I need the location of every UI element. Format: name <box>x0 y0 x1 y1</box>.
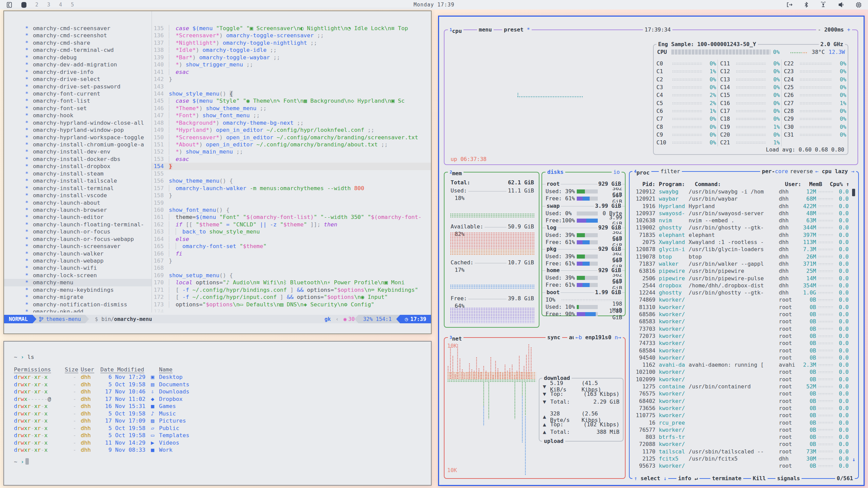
menu-button[interactable]: menu <box>477 26 494 34</box>
file-item[interactable]: *omarchy-launch-or-focus <box>4 228 152 235</box>
process-row[interactable]: 1162avahi-daavahi-daemon: running [avahi… <box>630 361 849 368</box>
process-row[interactable]: 16rcu_preeroot0B0.0 <box>630 419 849 426</box>
file-item[interactable]: *omarchy-migrate <box>4 293 152 301</box>
process-row[interactable]: 63816pipewire/usr/bin/pipewiredhh25M0.0 <box>630 267 849 274</box>
process-row[interactable]: 71837walker/usr/bin/walker --gappldhh371… <box>630 260 849 267</box>
process-row[interactable]: 2125fcitx5/usr/bin/fcitx5dhh30M0.0 <box>630 455 849 462</box>
bluetooth-icon[interactable] <box>804 2 809 8</box>
shell-prompt-empty[interactable]: ~ › <box>14 458 29 465</box>
btop-window[interactable]: 1cpu menu preset * 17:39:34 - 2000ms + u… <box>438 16 865 486</box>
process-row[interactable]: 2506pipewire/usr/bin/pipewire-pulsedhh14… <box>630 275 849 282</box>
file-item[interactable]: *omarchy-font-set <box>4 105 152 112</box>
file-item[interactable]: *omarchy-install-tailscale <box>4 177 152 184</box>
process-row[interactable]: 102638nvimnvim --embed .dhh63M0.0 <box>630 217 849 224</box>
reverse-toggle[interactable]: reverse <box>788 168 814 175</box>
process-row[interactable]: 74869kworker/root0B0.0 <box>630 296 849 303</box>
file-item[interactable]: *omarchy-launch-about <box>4 199 152 206</box>
file-item[interactable]: *omarchy-dev-add-migration <box>4 61 152 68</box>
file-item[interactable]: *omarchy-install-steam <box>4 170 152 177</box>
file-item[interactable]: *omarchy-install-docker-dbs <box>4 156 152 163</box>
wifi-icon[interactable] <box>820 2 827 8</box>
proc-box-title[interactable]: 4proc <box>632 168 651 177</box>
file-item[interactable]: *omarchy-hyprland-window-close-all <box>4 119 152 126</box>
file-item[interactable]: *omarchy-notification-dismiss <box>4 301 152 308</box>
file-item[interactable]: *omarchy-menu <box>4 279 152 286</box>
file-item[interactable]: *omarchy-launch-or-focus-webapp <box>4 236 152 243</box>
editor-window[interactable]: *omarchy-cmd-screensaver*omarchy-cmd-scr… <box>3 11 432 334</box>
process-row[interactable]: 71835elephantelephantdhh397M0.0 <box>630 231 849 239</box>
process-row[interactable]: 94540kworker/root0B0.0 <box>630 354 849 361</box>
process-row[interactable]: 72073kworker/root0B0.0 <box>630 332 849 340</box>
git-branch-segment[interactable]: themes-menu <box>36 315 85 323</box>
file-item[interactable]: *omarchy-drive-select <box>4 76 152 83</box>
select-keys[interactable]: ↑ select ↓ <box>632 475 668 482</box>
process-row[interactable]: 102100kworker/root0B0.0 <box>630 368 849 375</box>
net-interface[interactable]: ←b enp191s0 n→ <box>574 334 623 341</box>
process-row[interactable]: 81310kworker/root0B0.0 <box>630 304 849 311</box>
file-item[interactable]: *omarchy-drive-set-password <box>4 83 152 90</box>
refresh-interval[interactable]: - 2000ms + <box>816 26 852 34</box>
process-row[interactable]: 120921waybar/usr/bin/waybardhh68M0.0 <box>630 195 849 202</box>
preset-button[interactable]: preset * <box>502 26 532 34</box>
file-item[interactable]: *omarchy-launch-floating-terminal- <box>4 221 152 228</box>
process-row[interactable]: 1170tailscal/usr/sbin/tailscaled --root7… <box>630 448 849 455</box>
process-row[interactable]: 76577kworker/root0B0.0 <box>630 426 849 433</box>
net-box-title[interactable]: 3net <box>448 334 463 343</box>
workspace-2[interactable]: 2 <box>35 2 38 8</box>
file-item[interactable]: *omarchy-hyprland-workspace-toggle <box>4 134 152 141</box>
file-item[interactable]: *omarchy-launch-walker <box>4 250 152 257</box>
file-item[interactable]: *omarchy-menu-keybindings <box>4 286 152 293</box>
file-item[interactable]: *omarchy-cmd-share <box>4 39 152 46</box>
process-row[interactable]: 1275containe/usr/bin/containerdroot52M0.… <box>630 383 849 390</box>
process-row[interactable]: 76575kworker/root0B0.0 <box>630 390 849 397</box>
file-item[interactable]: *omarchy-font-current <box>4 90 152 97</box>
disks-box-title[interactable]: disks <box>546 168 565 176</box>
file-item[interactable]: *omarchy-cmd-terminal-cwd <box>4 46 152 54</box>
proc-scrollbar-thumb[interactable] <box>852 189 855 196</box>
file-item[interactable]: *omarchy-pkg-add <box>4 308 152 312</box>
process-row[interactable]: 110775kworker/root0B0.0 <box>630 412 849 419</box>
process-row[interactable]: 120912swaybg/usr/bin/swaybg -i /homdhh12… <box>630 188 849 195</box>
process-row[interactable]: 73703kworker/root0B0.0 <box>630 325 849 332</box>
process-row[interactable]: 12244ghostty/usr/bin/ghostty --gtk-dhh1.… <box>630 289 849 296</box>
logout-icon[interactable] <box>786 2 793 8</box>
file-item[interactable]: *omarchy-install-terminal <box>4 185 152 192</box>
per-core-toggle[interactable]: per-core <box>760 168 790 175</box>
cpu-box-title[interactable]: 1cpu <box>448 26 463 35</box>
file-item[interactable]: *omarchy-launch-browser <box>4 206 152 214</box>
process-row[interactable]: 95673kworker/root0B0.0 <box>630 462 849 469</box>
process-row[interactable]: 120878glycin-i/usr/lib/glycin-loadersdhh… <box>630 246 849 253</box>
file-item[interactable]: *omarchy-cmd-screensaver <box>4 25 152 32</box>
chip-icon[interactable] <box>855 2 862 8</box>
file-item[interactable]: *omarchy-cmd-screenshot <box>4 32 152 39</box>
sort-column-selector[interactable]: ← cpu lazy → <box>813 168 856 175</box>
process-row[interactable]: 119002ghostty/usr/bin/ghostty --gtk-dhh3… <box>630 224 849 231</box>
process-row[interactable]: 68402kworker/root0B0.0 <box>630 398 849 405</box>
workspace-active-indicator[interactable] <box>21 2 26 8</box>
file-item[interactable]: *omarchy-install-chromium-google-a <box>4 141 152 148</box>
file-item[interactable]: *omarchy-hook <box>4 112 152 119</box>
process-row[interactable]: 68586kworker/root0B0.0 <box>630 311 849 318</box>
file-item[interactable]: *omarchy-install-dev-env <box>4 148 152 155</box>
terminate-button[interactable]: terminate <box>710 475 743 482</box>
workspace-3[interactable]: 3 <box>47 2 50 8</box>
process-row[interactable]: 2544dropbox/home/dhh/.dropbox-distdhh354… <box>630 282 849 289</box>
volume-icon[interactable] <box>838 2 845 8</box>
process-row[interactable]: 68584kworker/root0B0.0 <box>630 347 849 354</box>
net-sync-toggle[interactable]: sync <box>546 334 562 341</box>
mem-box-title[interactable]: 2mem <box>448 168 463 177</box>
process-row[interactable]: 119078btopbtopdhh26M0.0 <box>630 253 849 260</box>
file-item[interactable]: *omarchy-launch-webapp <box>4 257 152 264</box>
file-item[interactable]: *omarchy-hyprland-window-pop <box>4 126 152 134</box>
process-row[interactable]: 120937swayosd-/usr/bin/swayosd-serverdhh… <box>630 210 849 217</box>
signals-button[interactable]: signals <box>775 475 802 482</box>
process-row[interactable]: 68583kworker/root0B0.0 <box>630 318 849 325</box>
workspace-5[interactable]: 5 <box>71 2 74 8</box>
file-item[interactable]: *omarchy-lock-screen <box>4 272 152 279</box>
process-row[interactable]: 1916HyprlandHyprlanddhh422M0.0 <box>630 203 849 210</box>
workspace-overview-icon[interactable] <box>6 2 13 8</box>
process-row[interactable]: 2075XwaylandXwayland :1 -rootless -dhh11… <box>630 239 849 246</box>
process-row[interactable]: 102099kworker/root0B0.0 <box>630 376 849 383</box>
file-item[interactable]: *omarchy-font-list <box>4 97 152 104</box>
file-item[interactable]: *omarchy-debug <box>4 54 152 61</box>
